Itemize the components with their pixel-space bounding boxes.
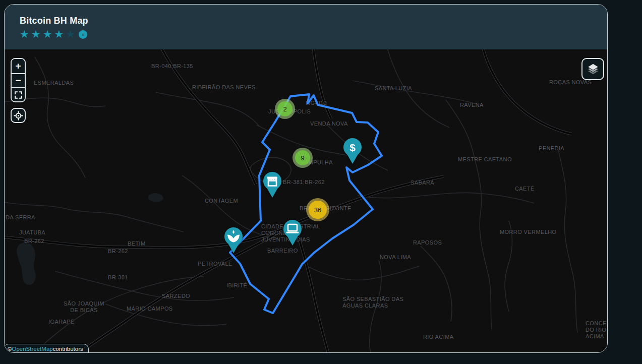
store-marker[interactable]: [262, 172, 282, 198]
locate-icon: [14, 111, 23, 120]
attribution-bar: © OpenStreetMap contributors: [5, 344, 89, 353]
marker-layer: 2936$: [5, 49, 607, 353]
zoom-out-button[interactable]: −: [12, 73, 25, 87]
map-canvas[interactable]: ESMERALDASBR-040;BR-135RIBEIRÃO DAS NEVE…: [5, 49, 607, 353]
attribution-prefix: ©: [8, 346, 12, 352]
attribution-suffix: contributors: [53, 346, 83, 352]
app-header: Bitcoin BH Map ★★★★★ i: [5, 5, 607, 49]
openstreetmap-link[interactable]: OpenStreetMap: [12, 346, 52, 352]
spa-leaf-marker[interactable]: [223, 227, 244, 254]
dollar-icon: $: [342, 138, 363, 164]
layers-button[interactable]: [581, 58, 604, 80]
star-filled-icon: ★: [54, 29, 64, 39]
star-empty-icon: ★: [66, 29, 75, 39]
locate-button[interactable]: [11, 108, 26, 123]
spa-leaf-icon: [223, 227, 244, 254]
fullscreen-icon: [14, 90, 23, 100]
zoom-control-group: + −: [11, 58, 26, 102]
zoom-in-button[interactable]: +: [12, 59, 25, 73]
cluster-count: 36: [309, 201, 327, 219]
info-icon[interactable]: i: [79, 30, 87, 39]
star-rating: ★★★★★ i: [20, 29, 607, 39]
layers-icon: [587, 63, 600, 76]
laptop-marker[interactable]: [282, 220, 303, 246]
marker-cluster[interactable]: 9: [293, 148, 313, 168]
cluster-count: 2: [277, 101, 293, 116]
marker-cluster[interactable]: 2: [275, 99, 295, 119]
store-icon: [262, 172, 282, 198]
star-filled-icon: ★: [20, 29, 29, 39]
page-title: Bitcoin BH Map: [20, 16, 607, 26]
cluster-count: 9: [295, 150, 310, 165]
svg-text:$: $: [349, 142, 356, 153]
star-filled-icon: ★: [31, 29, 41, 39]
fullscreen-button[interactable]: [12, 87, 25, 101]
map-app-card: Bitcoin BH Map ★★★★★ i: [4, 4, 608, 353]
star-filled-icon: ★: [43, 29, 52, 39]
dollar-marker[interactable]: $: [342, 138, 363, 164]
laptop-icon: [282, 220, 303, 246]
marker-cluster[interactable]: 36: [306, 198, 329, 221]
